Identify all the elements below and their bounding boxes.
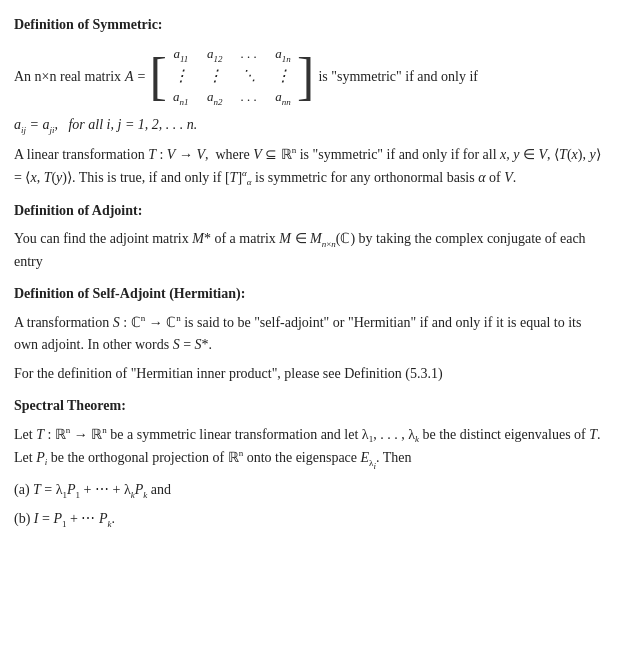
section-symmetric: Definition of Symmetric: An n×n real mat… — [14, 14, 602, 190]
hermitian-note: For the definition of "Hermitian inner p… — [14, 363, 602, 385]
spectral-part-a: (a) T = λ1P1 + ⋯ + λkPk and — [14, 479, 602, 502]
section-spectral: Spectral Theorem: Let T : ℝn → ℝn be a s… — [14, 395, 602, 532]
cell-dots-1: . . . — [241, 44, 257, 67]
condition-line: aij = aji, for all i, j = 1, 2, . . . n. — [14, 114, 602, 138]
matrix-intro-line: An n×n real matrix A = [ a11 a12 . . . a… — [14, 42, 602, 112]
equals-sign: = — [138, 66, 146, 88]
cell-11: a11 — [173, 44, 189, 67]
linear-transform-text: A linear transformation T : V → V, where… — [14, 143, 602, 190]
condition-math: aij = aji, for all i, j = 1, 2, . . . n. — [14, 117, 197, 132]
section-self-adjoint: Definition of Self-Adjoint (Hermitian): … — [14, 283, 602, 385]
cell-dots-2: . . . — [241, 87, 257, 110]
symmetric-title: Definition of Symmetric: — [14, 14, 602, 36]
section-adjoint: Definition of Adjoint: You can find the … — [14, 200, 602, 273]
self-adjoint-text: A transformation S : ℂn → ℂn is said to … — [14, 311, 602, 356]
spectral-part-b: (b) I = P1 + ⋯ Pk. — [14, 508, 602, 531]
cell-nn: ann — [275, 87, 291, 110]
bracket-left: [ — [150, 51, 167, 103]
adjoint-title: Definition of Adjoint: — [14, 200, 602, 222]
self-adjoint-title: Definition of Self-Adjoint (Hermitian): — [14, 283, 602, 305]
page-content: Definition of Symmetric: An n×n real mat… — [14, 14, 602, 532]
cell-1n: a1n — [275, 44, 291, 67]
bracket-right: ] — [297, 51, 314, 103]
matrix-wrap: [ a11 a12 . . . a1n ⋮ ⋮ ⋱ ⋮ an1 an2 . . … — [150, 42, 315, 112]
cell-vdots-2: ⋮ — [207, 68, 223, 85]
cell-vdots-1: ⋮ — [173, 68, 189, 85]
intro-text: An n×n real matrix — [14, 66, 121, 88]
spectral-text: Let T : ℝn → ℝn be a symmetric linear tr… — [14, 423, 602, 473]
cell-n1: an1 — [173, 87, 189, 110]
is-symmetric-text: is "symmetric" if and only if — [318, 66, 478, 88]
matrix-grid: a11 a12 . . . a1n ⋮ ⋮ ⋱ ⋮ an1 an2 . . . … — [167, 42, 297, 112]
adjoint-text: You can find the adjoint matrix M* of a … — [14, 228, 602, 274]
cell-vdots-3: ⋮ — [275, 68, 291, 85]
cell-n2: an2 — [207, 87, 223, 110]
spectral-title: Spectral Theorem: — [14, 395, 602, 417]
matrix-A-label: A — [125, 66, 134, 88]
cell-ddots: ⋱ — [241, 68, 257, 85]
cell-12: a12 — [207, 44, 223, 67]
